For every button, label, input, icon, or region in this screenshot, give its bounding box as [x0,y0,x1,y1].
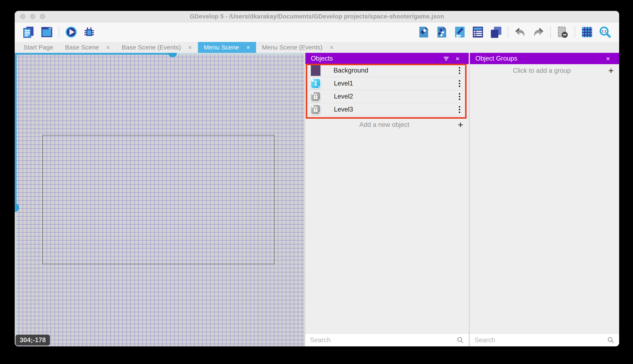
tab-base-scene-events[interactable]: Base Scene (Events) × [116,42,198,53]
close-window-button[interactable] [20,14,26,19]
kebab-menu-icon[interactable] [455,105,464,114]
kebab-menu-icon[interactable] [455,79,464,88]
toolbar-separator [550,26,551,38]
traffic-lights [20,14,45,19]
object-groups-panel: Object Groups × Click to add a group + [470,53,619,346]
add-group-label: Click to add a group [475,67,608,74]
toolbar: 1:1 [15,22,619,42]
kebab-menu-icon[interactable] [455,66,464,75]
tab-label: Start Page [24,44,53,51]
scene-window-frame [42,135,274,264]
objects-panel-header: Objects × [305,53,469,64]
tab-label: Base Scene [65,44,99,51]
redo-icon[interactable] [532,26,545,38]
render-mask-icon[interactable] [556,26,569,38]
plus-icon[interactable]: + [608,66,614,75]
add-object-label: Add a new object [311,121,458,128]
layers-icon[interactable] [489,26,502,38]
instances-list-icon[interactable] [471,26,484,38]
vertical-scrollbar[interactable] [15,53,17,346]
object-groups-panel-header: Object Groups × [470,53,619,64]
horizontal-scrollbar-thumb[interactable] [168,53,177,57]
plus-icon[interactable]: + [458,120,463,129]
level1-number: 1 [313,80,318,88]
zoom-original-icon[interactable]: 1:1 [598,26,611,38]
tab-label: Menu Scene (Events) [262,44,322,51]
level1-button-icon: 1 [310,78,321,89]
groups-search-bar [470,334,619,346]
search-icon [607,336,614,344]
close-icon[interactable]: × [188,44,192,51]
close-icon[interactable]: × [106,44,110,51]
zoom-window-button[interactable] [40,14,45,19]
objects-search-bar [305,334,469,346]
kebab-menu-icon[interactable] [455,92,464,101]
horizontal-scrollbar[interactable] [15,53,304,55]
toolbar-separator [59,26,59,38]
object-name: Level3 [334,106,455,113]
groups-search-input[interactable] [475,336,607,344]
toolbar-right-group: 1:1 [415,26,614,38]
undo-icon[interactable] [514,26,527,38]
tab-base-scene[interactable]: Base Scene × [59,42,116,53]
app-window: GDevelop 5 - /Users/dkarakay/Documents/G… [15,11,619,346]
object-name: Level1 [334,80,455,87]
object-name: Level2 [334,93,455,100]
grid-icon[interactable] [580,26,593,38]
lock-icon [310,91,321,102]
lock-icon [310,104,321,115]
toolbar-left-group [20,26,98,38]
window-title: GDevelop 5 - /Users/dkarakay/Documents/G… [190,13,444,20]
tab-bar: Start Page Base Scene × Base Scene (Even… [15,42,619,53]
zoom-ratio-label: 1:1 [602,29,606,33]
add-group-row[interactable]: Click to add a group + [470,64,619,77]
vertical-scrollbar-thumb[interactable] [15,203,19,212]
object-groups-panel-title: Object Groups [475,55,602,62]
close-icon[interactable]: × [246,44,250,51]
cursor-coordinates-badge: 304;-178 [16,335,50,346]
filter-icon[interactable] [441,53,452,64]
tab-label: Base Scene (Events) [122,44,181,51]
object-row-background[interactable]: Background [305,64,469,77]
objects-list: Background 1 Level1 Level2 [305,64,469,116]
close-icon[interactable]: × [602,53,614,64]
object-row-level3[interactable]: Level3 [305,103,469,116]
objects-panel-title: Objects [311,55,441,62]
object-groups-editor-icon[interactable] [435,26,448,38]
object-row-level2[interactable]: Level2 [305,90,469,103]
close-icon[interactable]: × [330,44,334,51]
toolbar-separator [575,26,575,38]
toolbar-separator [508,26,508,38]
tab-menu-scene[interactable]: Menu Scene × [198,42,256,53]
tab-start-page[interactable]: Start Page [18,42,59,53]
search-icon [457,336,464,344]
background-thumbnail-icon [311,65,321,76]
minimize-window-button[interactable] [30,14,35,19]
play-icon[interactable] [65,26,78,38]
preview-window-icon[interactable] [40,26,53,38]
objects-search-input[interactable] [310,336,457,344]
debug-icon[interactable] [83,26,96,38]
close-icon[interactable]: × [452,53,463,64]
objects-editor-icon[interactable] [417,26,430,38]
project-manager-icon[interactable] [22,26,35,38]
objects-panel: Objects × Background 1 Level1 [305,53,469,346]
object-name: Background [334,67,455,74]
titlebar: GDevelop 5 - /Users/dkarakay/Documents/G… [15,11,619,22]
tab-label: Menu Scene [204,44,239,51]
add-object-row[interactable]: Add a new object + [305,118,469,131]
content-area: 304;-178 Objects × Background [15,53,619,346]
scene-canvas[interactable]: 304;-178 [15,53,304,346]
tab-menu-scene-events[interactable]: Menu Scene (Events) × [256,42,339,53]
properties-icon[interactable] [453,26,466,38]
object-row-level1[interactable]: 1 Level1 [305,77,469,90]
